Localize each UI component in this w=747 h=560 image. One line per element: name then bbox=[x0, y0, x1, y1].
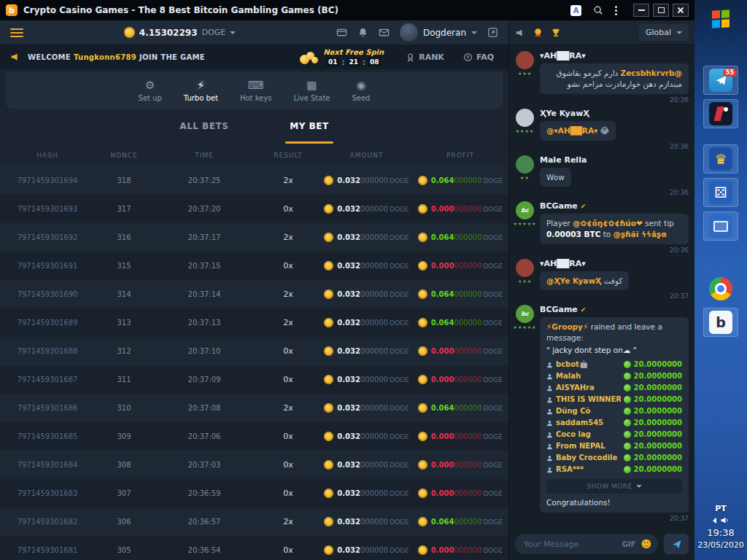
search-icon[interactable] bbox=[593, 5, 603, 15]
date[interactable]: 23/05/2020 bbox=[697, 540, 743, 550]
expand-chat-button[interactable] bbox=[487, 27, 498, 38]
user-mention[interactable]: @Zecsbhkrvrb bbox=[621, 69, 682, 77]
recipient-name[interactable]: From NEPAL bbox=[556, 441, 605, 451]
bet-row[interactable]: 7971459301693 317 20:37:20 0x 0.03200000… bbox=[0, 195, 508, 223]
chat-rules-icon[interactable] bbox=[515, 28, 525, 38]
crown-app-icon[interactable]: ♛ bbox=[703, 144, 738, 174]
chat-username[interactable]: ҲYe KyawҲ bbox=[540, 109, 589, 118]
recipient-name[interactable]: saddam545 bbox=[556, 418, 603, 428]
show-hidden-icons[interactable] bbox=[713, 518, 716, 524]
bet-row[interactable]: 7971459301682 306 20:36:57 2x 0.03200000… bbox=[0, 508, 508, 536]
bet-profit: 0.064000000DOGE bbox=[412, 289, 508, 299]
message-timestamp: 20:37 bbox=[540, 292, 689, 300]
avatar[interactable] bbox=[516, 51, 534, 69]
free-spin-widget[interactable]: Next Free Spin 01:21:08 bbox=[300, 48, 384, 66]
avatar[interactable] bbox=[516, 259, 534, 277]
recipient-name[interactable]: Baby Crocodile bbox=[556, 453, 617, 463]
user-menu[interactable]: Dogderan bbox=[400, 23, 477, 42]
recipient-name[interactable]: bcbot🤖 bbox=[556, 359, 588, 370]
tab-my-bet[interactable]: MY BET bbox=[281, 109, 337, 144]
bet-profit: 0.064000000DOGE bbox=[412, 233, 508, 242]
user-mention[interactable]: @✿¢őŋ¢✿¢ɦúο❤ bbox=[573, 219, 643, 228]
gear-icon: ⚙ bbox=[145, 79, 155, 92]
recipient-name[interactable]: RSA*** bbox=[556, 464, 584, 475]
close-button[interactable] bbox=[673, 4, 689, 17]
bet-time: 20:37:14 bbox=[153, 290, 255, 298]
bet-hash: 7971459301689 bbox=[0, 319, 95, 327]
notifications-button[interactable] bbox=[357, 27, 368, 38]
bet-row[interactable]: 7971459301681 305 20:36:54 0x 0.03200000… bbox=[0, 536, 508, 560]
gif-button[interactable]: GIF bbox=[622, 540, 636, 548]
chat-username[interactable]: ▾AH██RA▾ bbox=[540, 259, 586, 268]
recipient-name[interactable]: THIS IS WINNER bbox=[556, 394, 621, 405]
channel-selector[interactable]: Global bbox=[639, 24, 689, 41]
recipient-name[interactable]: Coco lag bbox=[556, 429, 591, 440]
dice-app-icon[interactable]: ⚄ bbox=[703, 178, 738, 207]
message-text: sent tip bbox=[643, 219, 674, 228]
bet-row[interactable]: 7971459301689 313 20:37:13 2x 0.03200000… bbox=[0, 308, 508, 337]
emoji-button[interactable] bbox=[640, 539, 651, 549]
wallet-button[interactable] bbox=[336, 27, 347, 38]
bet-row[interactable]: 7971459301684 308 20:37:03 0x 0.03200000… bbox=[0, 451, 508, 479]
avatar[interactable] bbox=[516, 109, 534, 127]
bet-row[interactable]: 7971459301691 315 20:37:15 0x 0.03200000… bbox=[0, 252, 508, 280]
game-control[interactable]: ⚙ Set up bbox=[139, 79, 162, 102]
user-mention[interactable]: ⚡Groopy⚡ bbox=[546, 322, 588, 331]
balance-selector[interactable]: 4.15302293 DOGE bbox=[124, 27, 236, 38]
tab-all-bets[interactable]: ALL BETS bbox=[171, 109, 237, 144]
recipient-name[interactable]: Dũng Cò bbox=[556, 406, 590, 416]
chrome-icon[interactable] bbox=[703, 274, 738, 303]
faq-button[interactable]: ? FAQ bbox=[463, 52, 494, 62]
avatar[interactable]: bc bbox=[516, 305, 534, 323]
user-mention[interactable]: @ʂɦãĩ ϟϟâʂɞ bbox=[614, 230, 667, 238]
game-control[interactable]: ◉ Seed bbox=[352, 79, 370, 102]
game-control[interactable]: ▦ Live State bbox=[293, 79, 330, 102]
chat-username[interactable]: BCGame bbox=[540, 305, 578, 314]
translate-icon[interactable] bbox=[570, 5, 581, 16]
minimize-button[interactable] bbox=[633, 4, 649, 17]
maximize-button[interactable] bbox=[653, 4, 669, 17]
chat-username[interactable]: Male Rella bbox=[540, 155, 587, 165]
bet-row[interactable]: 7971459301685 309 20:37:06 0x 0.03200000… bbox=[0, 422, 508, 451]
rank-button[interactable]: RANK bbox=[406, 52, 444, 62]
bet-row[interactable]: 7971459301692 316 20:37:17 2x 0.03200000… bbox=[0, 223, 508, 252]
message-text: 0.00003 BTC bbox=[546, 230, 600, 238]
browser-menu-icon[interactable] bbox=[615, 6, 617, 15]
mail-button[interactable] bbox=[379, 27, 390, 38]
megaphone-icon bbox=[10, 52, 20, 63]
chat-username[interactable]: BCGame bbox=[540, 201, 578, 211]
recipient-name[interactable]: AISYAHra bbox=[556, 383, 595, 393]
bet-row[interactable]: 7971459301688 312 20:37:10 0x 0.03200000… bbox=[0, 337, 508, 365]
bc-game-icon[interactable]: b bbox=[703, 308, 738, 337]
telegram-icon[interactable]: 55 bbox=[703, 66, 738, 95]
trophy-icon[interactable] bbox=[551, 28, 561, 38]
chat-username[interactable]: ▾AH██RA▾ bbox=[540, 51, 586, 61]
bet-hash: 7971459301692 bbox=[0, 233, 95, 241]
coin-rain-icon[interactable] bbox=[533, 27, 543, 38]
windows-start-icon[interactable] bbox=[703, 4, 738, 34]
avatar[interactable]: bc bbox=[516, 201, 534, 219]
bet-row[interactable]: 7971459301686 310 20:37:08 2x 0.03200000… bbox=[0, 394, 508, 422]
rain-recipients: bcbot🤖 20.0000000 Malah 20.0000000 AISYA… bbox=[546, 359, 682, 475]
show-more-button[interactable]: SHOW MORE bbox=[546, 479, 682, 494]
controls-row: ⚙ Set up ⚡ Turbo bet ⌨ Hot keys ▦ Live S… bbox=[6, 72, 503, 109]
avatar[interactable] bbox=[516, 155, 534, 174]
menu-button[interactable] bbox=[10, 28, 23, 37]
welcome-message[interactable]: WELCOMETungkonn6789JOIN THE GAME bbox=[28, 53, 205, 61]
window-app-icon[interactable] bbox=[703, 211, 738, 241]
user-mention[interactable]: @▾AH██RA▾ bbox=[546, 126, 597, 135]
game-control[interactable]: ⚡ Turbo bet bbox=[184, 79, 218, 102]
game-control[interactable]: ⌨ Hot keys bbox=[240, 79, 271, 102]
bet-row[interactable]: 7971459301690 314 20:37:14 2x 0.03200000… bbox=[0, 280, 508, 308]
send-button[interactable] bbox=[664, 534, 689, 554]
recipient-name[interactable]: Malah bbox=[556, 371, 581, 381]
bet-row[interactable]: 7971459301683 307 20:36:59 0x 0.03200000… bbox=[0, 479, 508, 508]
language-indicator[interactable]: PT bbox=[715, 504, 727, 513]
clock[interactable]: 19:38 bbox=[707, 527, 734, 538]
bet-row[interactable]: 7971459301694 318 20:37:25 2x 0.03200000… bbox=[0, 166, 508, 195]
bet-row[interactable]: 7971459301687 311 20:37:09 0x 0.03200000… bbox=[0, 365, 508, 394]
user-mention[interactable]: @ҲYe KyawҲ bbox=[546, 276, 601, 285]
bet-hash: 7971459301684 bbox=[0, 461, 95, 469]
volume-control[interactable] bbox=[713, 516, 729, 525]
game-app-icon[interactable] bbox=[703, 99, 738, 128]
